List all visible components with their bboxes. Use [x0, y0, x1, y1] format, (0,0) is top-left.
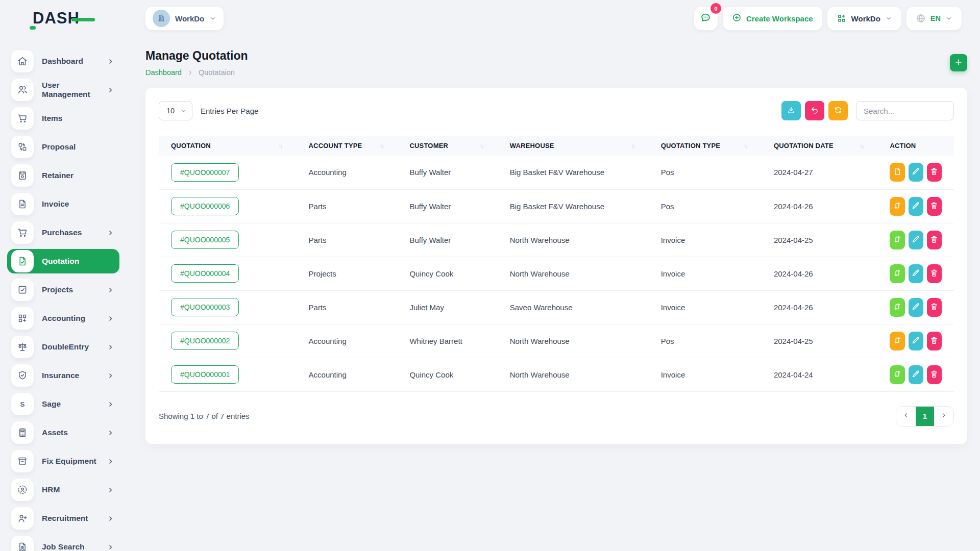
convert-button[interactable] [890, 231, 904, 249]
breadcrumb-dashboard-link[interactable]: Dashboard [145, 68, 182, 77]
sidebar-item-user-management[interactable]: User Management [0, 76, 122, 104]
recruitment-icon [11, 507, 34, 530]
delete-button[interactable] [927, 197, 942, 216]
refresh-button[interactable] [828, 101, 848, 120]
download-icon [787, 106, 796, 116]
quotation-number-link[interactable]: #QUOO000002 [171, 332, 239, 350]
edit-icon [911, 235, 920, 245]
sidebar-item-dashboard[interactable]: Dashboard [0, 47, 122, 76]
chevron-down-icon [180, 108, 187, 114]
edit-button[interactable] [909, 298, 923, 317]
quotation-number-link[interactable]: #QUOO000006 [171, 197, 239, 215]
convert-button[interactable] [890, 298, 904, 317]
projects-icon [11, 279, 34, 301]
edit-icon [911, 302, 920, 313]
sidebar-item-job-search[interactable]: Job Search [0, 533, 122, 551]
page-title: Manage Quotation [145, 49, 248, 63]
workspace-selector[interactable]: WorkDo [145, 7, 224, 30]
chevron-left-icon [902, 412, 910, 420]
edit-button[interactable] [909, 163, 923, 182]
column-header-customer[interactable]: CUSTOMER↑↓ [397, 136, 497, 156]
quotation-number-link[interactable]: #QUOO000007 [171, 163, 239, 182]
convert-button[interactable] [890, 197, 904, 216]
chevron-right-icon [940, 412, 947, 420]
export-button[interactable] [781, 101, 801, 120]
sidebar-item-proposal[interactable]: Proposal [0, 133, 122, 161]
trash-icon [929, 201, 939, 212]
pagination-next-button[interactable] [934, 407, 953, 426]
column-header-quotation-date[interactable]: QUOTATION DATE↑↓ [762, 136, 877, 156]
repeat-icon [893, 235, 902, 245]
convert-button[interactable] [890, 264, 904, 283]
sidebar-item-recruitment[interactable]: Recruitment [0, 504, 122, 533]
sidebar-item-assets[interactable]: Assets [0, 418, 122, 447]
building-icon [157, 13, 166, 24]
row-actions [890, 365, 942, 384]
messages-button[interactable]: 0 [694, 7, 718, 30]
sidebar-item-doubleentry[interactable]: DoubleEntry [0, 333, 122, 361]
table-row: #QUOO000002AccountingWhitney BarrettNort… [159, 324, 954, 358]
delete-button[interactable] [927, 365, 942, 384]
sidebar-item-retainer[interactable]: Retainer [0, 161, 122, 190]
warehouse-cell: North Warehouse [498, 358, 649, 391]
logo-green-dash [30, 26, 36, 30]
sidebar-item-purchases[interactable]: Purchases [0, 218, 122, 247]
delete-button[interactable] [927, 264, 942, 283]
convert-button[interactable] [890, 332, 904, 350]
chevron-right-icon [107, 400, 114, 408]
cart-icon [11, 107, 34, 130]
workdo-apps-menu[interactable]: WorkDo [827, 7, 901, 30]
search-input[interactable] [856, 101, 954, 120]
pagination-page-1[interactable]: 1 [916, 407, 934, 426]
undo-button[interactable] [805, 101, 824, 120]
delete-button[interactable] [927, 231, 942, 249]
column-header-account-type[interactable]: ACCOUNT TYPE↑↓ [297, 136, 398, 156]
document-button[interactable] [890, 163, 904, 182]
sidebar-item-label: Accounting [42, 314, 107, 323]
sidebar-item-insurance[interactable]: Insurance [0, 361, 122, 390]
quotation-date-cell: 2024-04-27 [762, 156, 877, 189]
convert-button[interactable] [890, 365, 904, 384]
apps-menu-label: WorkDo [851, 14, 880, 23]
entries-per-page-select[interactable]: 10 [159, 101, 192, 120]
sidebar-item-fix-equipment[interactable]: Fix Equipment [0, 447, 122, 475]
edit-button[interactable] [909, 332, 923, 350]
delete-button[interactable] [927, 332, 942, 350]
column-header-warehouse[interactable]: WAREHOUSE↑↓ [498, 136, 649, 156]
add-quotation-button[interactable] [950, 54, 967, 71]
sidebar-item-projects[interactable]: Projects [0, 276, 122, 304]
sidebar-item-accounting[interactable]: Accounting [0, 304, 122, 333]
chevron-right-icon [107, 58, 114, 65]
quotation-number-link[interactable]: #QUOO000003 [171, 298, 239, 316]
sidebar-item-quotation[interactable]: Quotation [7, 249, 119, 273]
delete-button[interactable] [927, 163, 942, 182]
chevron-right-icon [107, 543, 114, 551]
delete-button[interactable] [927, 298, 942, 317]
edit-button[interactable] [909, 264, 923, 283]
purchases-icon [11, 221, 34, 244]
sidebar-item-sage[interactable]: SSage [0, 390, 122, 418]
sidebar-item-items[interactable]: Items [0, 104, 122, 133]
quotation-date-cell: 2024-04-25 [762, 324, 877, 358]
quotation-type-cell: Invoice [649, 223, 762, 257]
sidebar-item-hrm[interactable]: HRM [0, 475, 122, 504]
edit-button[interactable] [909, 197, 923, 216]
column-header-quotation-type[interactable]: QUOTATION TYPE↑↓ [649, 136, 762, 156]
sidebar-item-invoice[interactable]: Invoice [0, 190, 122, 218]
column-header-quotation[interactable]: QUOTATION↑↓ [159, 136, 297, 156]
language-selector[interactable]: EN [906, 7, 962, 30]
pagination-prev-button[interactable] [896, 407, 916, 426]
trash-icon [929, 235, 939, 245]
chevron-down-icon [885, 15, 892, 22]
trash-icon [929, 268, 939, 279]
customer-cell: Buffy Walter [397, 189, 497, 223]
create-workspace-button[interactable]: Create Workspace [723, 7, 822, 30]
edit-button[interactable] [909, 365, 923, 384]
quotation-number-link[interactable]: #QUOO000005 [171, 231, 239, 249]
edit-button[interactable] [909, 231, 923, 249]
quotation-number-link[interactable]: #QUOO000001 [171, 365, 239, 384]
account-type-cell: Parts [297, 290, 398, 324]
quotation-table: QUOTATION↑↓ACCOUNT TYPE↑↓CUSTOMER↑↓WAREH… [159, 136, 954, 392]
quotation-number-link[interactable]: #QUOO000004 [171, 264, 239, 283]
breadcrumb: Dashboard Quotataion [145, 68, 248, 77]
